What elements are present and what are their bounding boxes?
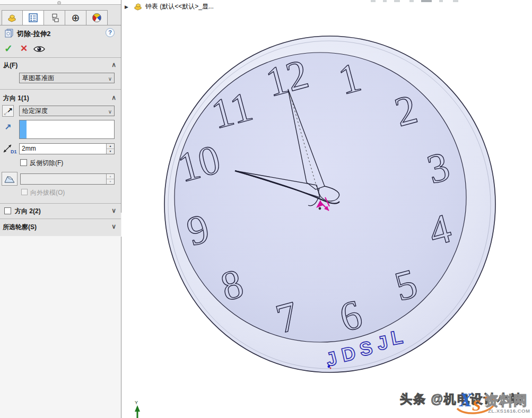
display-manager-icon: [92, 13, 101, 22]
direction-reference-box[interactable]: [19, 120, 115, 139]
preview-eye-button[interactable]: [33, 45, 46, 53]
arrow-down-left-icon: ↙: [3, 110, 8, 117]
spin-down-button: ▼: [107, 179, 114, 184]
part-icon: [7, 14, 17, 22]
tab-configuration-manager[interactable]: [44, 10, 65, 25]
dropdown-arrow-icon: ∨: [108, 74, 112, 84]
spinner-buttons: ▲ ▼: [106, 144, 114, 154]
from-plane-value: 草图基准面: [22, 74, 54, 82]
depth-spinner[interactable]: 2mm ▲ ▼: [19, 143, 115, 154]
feature-actions: ✓ ✕: [0, 42, 121, 55]
panel-top-strip: [0, 0, 121, 5]
spin-up-button[interactable]: ▲: [107, 144, 114, 149]
draft-outward-checkbox: [21, 189, 28, 195]
logo-url: ZL.XS1616.COM: [488, 408, 530, 414]
spin-down-button[interactable]: ▼: [107, 149, 114, 154]
cut-extrude-icon: [4, 28, 14, 38]
dimxpert-icon: ⊕: [72, 13, 80, 23]
tab-property-manager[interactable]: [23, 10, 44, 25]
property-manager-content: ⊕ 切除-拉伸2 ? ✓ ✕ 从: [0, 0, 121, 236]
from-plane-dropdown[interactable]: 草图基准面 ∨: [19, 73, 115, 83]
separator: [0, 57, 121, 58]
flip-side-label: 反侧切除(F): [30, 159, 63, 168]
panel-grip-dot[interactable]: [57, 1, 61, 5]
depth-d1-icon: D1: [1, 142, 17, 155]
top-toolbar-remnant: [371, 0, 503, 3]
reverse-direction-button[interactable]: ↗ ↙: [2, 105, 14, 117]
end-condition-dropdown[interactable]: 给定深度 ∨: [19, 106, 115, 116]
tab-dimxpert-manager[interactable]: ⊕: [65, 10, 86, 25]
watermark-logo: X S 资料网 ZL.XS1616.COM: [453, 385, 532, 417]
ok-button[interactable]: ✓: [4, 42, 13, 55]
tree-expand-icon[interactable]: ▶: [125, 4, 128, 10]
triad-stem: [137, 412, 138, 418]
draft-wedge-icon: [4, 174, 15, 184]
feature-tree-root-label: 钟表 (默认<<默认>_显...: [145, 2, 214, 11]
property-manager-icon: [29, 13, 38, 22]
tab-display-manager[interactable]: [86, 10, 108, 25]
svg-text:D1: D1: [11, 149, 17, 154]
direction2-section-label: 方向 2(2): [15, 207, 41, 216]
direction-arrow-icon: ↗: [5, 122, 12, 132]
triad-arrowhead: [135, 405, 140, 412]
draft-outward-label: 向外拔模(O): [30, 188, 65, 197]
graphics-viewport[interactable]: ▶ 钟表 (默认<<默认>_显...: [121, 0, 532, 418]
draft-button[interactable]: [2, 172, 18, 186]
direction2-expand-chevron[interactable]: ∨: [111, 207, 116, 214]
contours-expand-chevron[interactable]: ∨: [111, 223, 116, 230]
help-icon[interactable]: ?: [106, 28, 115, 37]
logo-name: 资料网: [485, 391, 528, 410]
origin-triad: Y: [130, 398, 149, 418]
separator: [0, 89, 121, 90]
draft-angle-spinner: ▲ ▼: [20, 173, 115, 185]
spinner-buttons: ▲ ▼: [106, 174, 114, 184]
separator: [0, 219, 121, 219]
feature-header: 切除-拉伸2 ?: [0, 28, 121, 40]
separator: [0, 203, 121, 204]
logo-s-letter: S: [472, 396, 481, 414]
triad-axis-label: Y: [135, 400, 138, 405]
direction1-section-label: 方向 1(1): [3, 94, 29, 103]
direction2-checkbox[interactable]: [4, 207, 11, 214]
tabs-underline: [0, 25, 121, 25]
logo-x-letter: X: [459, 389, 473, 411]
from-collapse-chevron[interactable]: ∧: [111, 61, 116, 68]
direction1-collapse-chevron[interactable]: ∧: [111, 94, 116, 101]
tab-feature-manager[interactable]: [2, 10, 23, 25]
spin-up-button: ▲: [107, 174, 114, 179]
selection-highlight-strip: [20, 120, 27, 138]
cancel-button[interactable]: ✕: [20, 43, 28, 54]
depth-value: 2mm: [22, 145, 36, 152]
part-icon: [134, 3, 143, 11]
contours-section-label: 所选轮廓(S): [3, 223, 37, 232]
configuration-manager-icon: [50, 13, 59, 23]
property-manager-panel: ⊕ 切除-拉伸2 ? ✓ ✕ 从: [0, 0, 121, 418]
from-section-label: 从(F): [3, 61, 18, 70]
manager-tabs: ⊕: [2, 10, 108, 25]
flip-side-checkbox[interactable]: [20, 159, 27, 166]
end-condition-value: 给定深度: [22, 107, 48, 115]
feature-title: 切除-拉伸2: [17, 29, 51, 39]
feature-tree-root-row[interactable]: ▶ 钟表 (默认<<默认>_显...: [125, 2, 214, 11]
dropdown-arrow-icon: ∨: [108, 107, 112, 117]
